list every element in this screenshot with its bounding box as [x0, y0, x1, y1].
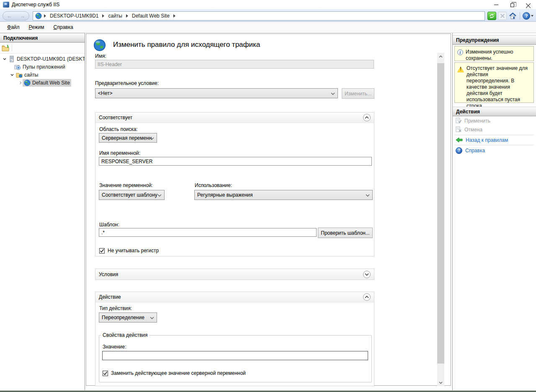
- test-pattern-button[interactable]: Проверить шаблон...: [318, 228, 373, 238]
- menu-view[interactable]: Режим: [24, 23, 49, 32]
- refresh-button[interactable]: [487, 12, 496, 20]
- breadcrumb-separator-icon: [173, 14, 175, 18]
- apply-label: Применить: [464, 118, 490, 124]
- restore-icon: [510, 3, 514, 7]
- pattern-input[interactable]: [99, 228, 317, 237]
- help-menu-button[interactable]: ?: [523, 12, 533, 20]
- warning-icon: !: [457, 66, 464, 72]
- breadcrumb[interactable]: DESKTOP-U1MK9D1 сайты Default Web Site: [33, 11, 485, 20]
- help-icon: ?: [523, 12, 530, 20]
- name-input: [95, 60, 374, 69]
- action-type-label: Тип действия:: [99, 305, 132, 311]
- breadcrumb-server[interactable]: DESKTOP-U1MK9D1: [50, 13, 98, 19]
- separator: [454, 135, 534, 135]
- collapse-action-button[interactable]: [363, 293, 371, 301]
- title-bar: Диспетчер служб IIS: [0, 0, 536, 9]
- alerts-header: Предупреждения: [453, 35, 536, 45]
- help-link[interactable]: Справка: [465, 148, 485, 154]
- cancel-icon: [456, 126, 461, 133]
- breadcrumb-separator-icon: [102, 14, 104, 18]
- toolbar-separator: [12, 45, 12, 51]
- replace-value-label: Заменить действующее значение серверной …: [111, 370, 246, 376]
- apply-action: Применить: [453, 116, 536, 125]
- breadcrumb-sites[interactable]: сайты: [108, 13, 122, 19]
- chevron-down-icon: [366, 194, 370, 197]
- match-section: Соответствует Область поиска: Серверная …: [95, 112, 374, 256]
- scope-label: Область поиска:: [99, 126, 138, 132]
- home-icon: [509, 13, 516, 19]
- expand-conditions-button[interactable]: [363, 271, 371, 278]
- warning-alert-text: Отсутствует значение для действия переоп…: [466, 65, 532, 100]
- chevron-collapsed-icon[interactable]: [18, 81, 23, 85]
- breadcrumb-default-web-site[interactable]: Default Web Site: [132, 13, 170, 19]
- page-globe-icon: [93, 39, 106, 51]
- tree-item-label: сайты: [24, 72, 39, 78]
- tree-item-label: Пулы приложений: [23, 64, 65, 70]
- name-label: Имя:: [95, 53, 106, 59]
- value-label: Значение:: [103, 344, 126, 350]
- breadcrumb-separator-icon: [126, 14, 128, 18]
- vertical-scrollbar[interactable]: [437, 53, 444, 386]
- connections-toolbar: [0, 43, 85, 54]
- ignore-case-checkbox-row[interactable]: Не учитывать регистр: [99, 248, 159, 254]
- back-to-rules-link[interactable]: Назад к правилам: [466, 137, 508, 143]
- checkbox-checked-icon[interactable]: [103, 371, 108, 376]
- menu-file[interactable]: Файл: [3, 23, 24, 32]
- tree-item-default-web-site[interactable]: Default Web Site: [0, 79, 85, 87]
- cancel-label: Отмена: [464, 127, 482, 133]
- checkbox-checked-icon[interactable]: [99, 248, 105, 254]
- chevron-expanded-icon[interactable]: [10, 73, 14, 77]
- action-properties-group: Свойства действия Значение: Заменить дей…: [99, 332, 372, 382]
- chevron-down-icon: [531, 15, 533, 17]
- selected-tree-item: Default Web Site: [23, 79, 71, 87]
- sites-folder-icon: [16, 72, 23, 78]
- tree-item-server[interactable]: DESKTOP-U1MK9D1 (DESKTOI: [0, 55, 85, 63]
- chevron-up-icon: [439, 55, 443, 58]
- variable-name-input[interactable]: [99, 157, 372, 166]
- edit-outbound-rule-page: Изменить правило для исходящего трафика …: [86, 33, 451, 386]
- tree-item-app-pools[interactable]: Пулы приложений: [0, 63, 85, 71]
- chevron-up-icon: [365, 116, 369, 119]
- using-select[interactable]: Регулярные выражения: [194, 190, 373, 200]
- ignore-case-label: Не учитывать регистр: [108, 248, 159, 254]
- save-connection-icon[interactable]: [2, 45, 9, 51]
- menu-help[interactable]: Справка: [49, 23, 78, 32]
- help-action[interactable]: ? Справка: [453, 146, 536, 155]
- chevron-expanded-icon[interactable]: [3, 57, 7, 61]
- minimize-button[interactable]: [488, 0, 504, 9]
- collapse-match-button[interactable]: [363, 114, 371, 121]
- minimize-icon: [494, 5, 498, 5]
- application-pools-icon: [14, 64, 21, 70]
- address-bar: ← → DESKTOP-U1MK9D1 сайты Default Web Si…: [0, 9, 536, 22]
- close-button[interactable]: [520, 0, 536, 9]
- info-alert: i Изменения успешно сохранены.: [454, 46, 534, 61]
- home-button[interactable]: [508, 12, 517, 20]
- server-icon: [8, 56, 15, 62]
- iis-app-icon: [3, 2, 9, 8]
- scroll-down-button[interactable]: [437, 379, 444, 386]
- back-button[interactable]: ←: [7, 13, 12, 19]
- scrollbar-thumb[interactable]: [437, 63, 444, 364]
- variable-value-select[interactable]: Соответствует шаблону: [99, 190, 165, 200]
- chevron-down-icon: [150, 137, 154, 140]
- tree-item-label: Default Web Site: [32, 80, 70, 86]
- navigation-buttons: ← →: [3, 11, 29, 20]
- using-label: Использование:: [195, 182, 232, 188]
- value-input[interactable]: [102, 351, 368, 360]
- scope-select[interactable]: Серверная переменн: [99, 133, 157, 143]
- connections-header: Подключения: [0, 33, 85, 43]
- tree-item-sites[interactable]: сайты: [0, 71, 85, 79]
- action-properties-title: Свойства действия: [101, 332, 149, 338]
- site-globe-icon: [24, 79, 31, 86]
- chevron-down-icon: [331, 92, 335, 95]
- action-type-select[interactable]: Переопределение: [99, 313, 157, 323]
- menu-bar: Файл Режим Справка: [0, 22, 536, 33]
- replace-value-checkbox-row[interactable]: Заменить действующее значение серверной …: [103, 370, 246, 376]
- back-to-rules-action[interactable]: Назад к правилам: [453, 136, 536, 144]
- restore-button[interactable]: [504, 0, 520, 9]
- forward-button[interactable]: →: [20, 13, 25, 19]
- precondition-select[interactable]: <Нет>: [95, 88, 338, 98]
- tree-item-label: DESKTOP-U1MK9D1 (DESKTOI: [17, 56, 85, 62]
- stop-button: [498, 12, 507, 20]
- scroll-up-button[interactable]: [437, 53, 444, 60]
